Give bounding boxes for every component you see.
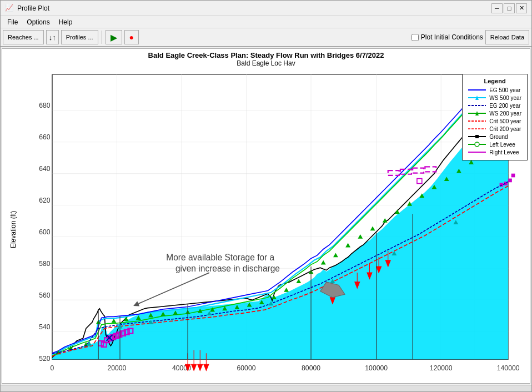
- separator-1: [102, 31, 102, 44]
- maximize-button[interactable]: □: [504, 3, 515, 13]
- legend-item-crit200: Crit 200 year: [468, 125, 521, 132]
- legend-label-crit200: Crit 200 year: [489, 126, 521, 132]
- svg-text:120000: 120000: [430, 364, 453, 372]
- legend-label-ws500: WS 500 year: [489, 95, 521, 101]
- plot-initial-checkbox[interactable]: [411, 34, 419, 41]
- svg-text:60000: 60000: [237, 364, 256, 372]
- app-icon: 📈: [5, 4, 14, 13]
- close-button[interactable]: ✕: [516, 3, 527, 13]
- profiles-label: Profiles ...: [66, 34, 93, 41]
- legend-item-crit500: Crit 500 year: [468, 118, 521, 124]
- legend-item-leftlevee: Left Levee: [468, 141, 521, 148]
- svg-text:560: 560: [39, 292, 51, 299]
- legend-item-rightlevee: Right Levee: [468, 149, 521, 155]
- svg-text:140000: 140000: [497, 364, 520, 372]
- svg-rect-108: [508, 179, 512, 183]
- menu-help[interactable]: Help: [54, 17, 77, 27]
- horizontal-scrollbar[interactable]: [1, 385, 531, 391]
- menu-options[interactable]: Options: [22, 17, 54, 27]
- chart-inner: 520 540 560 580 600 620 640 660 680 0: [24, 68, 530, 384]
- svg-text:660: 660: [39, 133, 51, 141]
- updown-button[interactable]: ↓↑: [46, 30, 59, 44]
- title-bar: 📈 Profile Plot ─ □ ✕: [1, 1, 531, 16]
- y-axis-label: Elevation (ft): [2, 68, 24, 384]
- profiles-button[interactable]: Profiles ...: [61, 30, 98, 44]
- svg-marker-78: [198, 364, 203, 370]
- legend-label-rightlevee: Right Levee: [489, 149, 519, 155]
- plot-subtitle: Bald Eagle Loc Hav: [2, 59, 530, 68]
- svg-marker-80: [204, 364, 209, 370]
- legend-title: Legend: [468, 78, 521, 84]
- legend-label-eg500: EG 500 year: [489, 87, 520, 93]
- record-button[interactable]: ●: [124, 30, 139, 44]
- svg-text:80000: 80000: [302, 364, 320, 372]
- legend-box: Legend EG 500 year WS 500 year EG 200 ye…: [462, 74, 528, 160]
- legend-label-ground: Ground: [489, 134, 508, 140]
- svg-rect-138: [475, 135, 479, 138]
- minimize-button[interactable]: ─: [491, 3, 503, 13]
- chart-svg: 520 540 560 580 600 620 640 660 680 0: [24, 68, 530, 384]
- svg-marker-76: [192, 364, 197, 370]
- plot-area: Bald Eagle Creek-Class Plan: Steady Flow…: [2, 48, 530, 384]
- play-button[interactable]: ▶: [106, 30, 122, 44]
- reaches-button[interactable]: Reaches ...: [3, 30, 44, 44]
- menu-bar: File Options Help: [1, 16, 531, 28]
- chart-container: Elevation (ft): [2, 68, 530, 384]
- menu-file[interactable]: File: [3, 17, 22, 27]
- reload-button[interactable]: Reload Data: [485, 30, 529, 44]
- svg-text:600: 600: [39, 228, 51, 236]
- legend-label-eg200: EG 200 year: [489, 103, 520, 109]
- legend-item-ground: Ground: [468, 133, 521, 140]
- plot-conditions-area: Plot Initial Conditions Reload Data: [411, 30, 529, 44]
- main-window: 📈 Profile Plot ─ □ ✕ File Options Help R…: [0, 0, 532, 392]
- svg-text:520: 520: [39, 354, 51, 362]
- legend-item-ws500: WS 500 year: [468, 94, 521, 101]
- window-controls: ─ □ ✕: [491, 3, 527, 13]
- legend-label-leftlevee: Left Levee: [489, 142, 515, 148]
- legend-item-ws200: WS 200 year: [468, 110, 521, 117]
- svg-text:620: 620: [39, 197, 51, 204]
- svg-point-140: [475, 142, 479, 147]
- annotation-line1: More available Storage for a: [166, 253, 274, 262]
- svg-text:100000: 100000: [365, 364, 388, 372]
- plot-initial-label: Plot Initial Conditions: [421, 33, 483, 41]
- legend-label-ws200: WS 200 year: [489, 110, 521, 117]
- legend-item-eg500: EG 500 year: [468, 87, 521, 93]
- legend-item-eg200: EG 200 year: [468, 102, 521, 109]
- svg-text:540: 540: [39, 323, 51, 331]
- annotation-line2: given increase in discharge: [175, 264, 280, 273]
- svg-rect-109: [511, 174, 515, 178]
- svg-text:0: 0: [51, 364, 54, 372]
- plot-title: Bald Eagle Creek-Class Plan: Steady Flow…: [2, 49, 530, 59]
- svg-text:680: 680: [39, 102, 51, 109]
- toolbar: Reaches ... ↓↑ Profiles ... ▶ ● Plot Ini…: [1, 28, 531, 47]
- svg-text:640: 640: [39, 165, 51, 173]
- window-title: Profile Plot: [17, 4, 491, 12]
- svg-text:580: 580: [39, 260, 51, 268]
- svg-text:20000: 20000: [108, 364, 127, 372]
- legend-label-crit500: Crit 500 year: [489, 118, 521, 124]
